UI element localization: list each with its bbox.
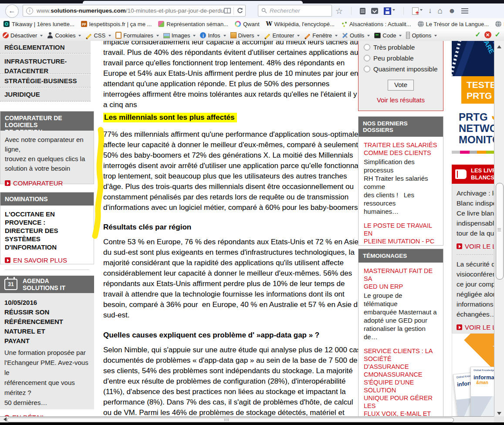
- bookmark-lespetitspois[interactable]: lespetitspois.fr | ça me ...: [81, 21, 152, 27]
- devbar-divers[interactable]: Divers: [230, 32, 260, 39]
- home-icon[interactable]: ⌂: [438, 6, 443, 16]
- red-arrow-icon: [457, 243, 462, 249]
- bookmark-qwant[interactable]: Qwant: [235, 21, 260, 27]
- devbar-images[interactable]: Images: [163, 32, 196, 39]
- temoignage-title[interactable]: SERVICE CLIENTS : LA SOCIÉTÉ D'ASSURANCE…: [359, 347, 443, 416]
- orange-pencil-icon: [304, 34, 310, 39]
- navigation-toolbar: ← i www.solutions-numeriques.com/10-minu…: [0, 3, 504, 19]
- poll-results-link[interactable]: Voir les résultats: [359, 96, 443, 104]
- chevron-down-icon: [297, 35, 300, 38]
- chevron-down-icon: [434, 35, 437, 38]
- feedback-smiley-icon[interactable]: ☻: [448, 7, 456, 15]
- sidebar-item-juridique[interactable]: JURIDIQUE: [0, 88, 91, 101]
- tools-icon: [342, 32, 348, 38]
- scroll-left-arrow[interactable]: [1, 417, 7, 422]
- bookmark-star-icon[interactable]: ☆: [335, 6, 343, 16]
- save-page-button[interactable]: [384, 7, 395, 15]
- back-button[interactable]: ←: [5, 4, 19, 18]
- chevron-down-icon[interactable]: [420, 9, 423, 12]
- bookmark-representation[interactable]: Représentation séman...: [158, 21, 228, 27]
- devbar-entourer[interactable]: Entourer: [264, 32, 300, 39]
- horizontal-scrollbar[interactable]: [0, 416, 504, 422]
- devbar-outils[interactable]: Outils: [342, 32, 370, 39]
- scroll-down-arrow[interactable]: [494, 408, 504, 416]
- page-content: RÉGLEMENTATION INFRASTRUCTURE-DATACENTER…: [0, 41, 504, 416]
- chevron-down-icon[interactable]: [392, 9, 395, 12]
- toolbar-separator: [351, 7, 352, 15]
- browser-window: ← i www.solutions-numeriques.com/10-minu…: [0, 0, 504, 425]
- search-bar[interactable]: Rechercher: [258, 5, 332, 17]
- vertical-scrollbar[interactable]: [494, 41, 504, 416]
- menu-hamburger-icon[interactable]: [461, 8, 468, 13]
- devbar-cookies[interactable]: Cookies: [47, 32, 81, 39]
- dossier-title[interactable]: LE POSTE DE TRAVAIL EN PLEINE MUTATION -…: [359, 222, 443, 246]
- dossier-title[interactable]: TRAITER LES SALARIÉS COMME DES CLIENTS: [359, 141, 443, 157]
- reload-icon[interactable]: [237, 7, 243, 14]
- web-clipper-button[interactable]: [412, 7, 423, 15]
- url-text: www.solutions-numeriques.com/10-minutes-…: [37, 7, 224, 14]
- poll-option[interactable]: Très problable: [364, 44, 443, 51]
- scroll-up-arrow[interactable]: [497, 43, 501, 48]
- site-info-icon[interactable]: i: [26, 7, 33, 14]
- url-bar[interactable]: i www.solutions-numeriques.com/10-minute…: [23, 5, 246, 17]
- bookmarks-toolbar: Tikaway | 1ères lunette... lespetitspois…: [0, 18, 504, 30]
- search-placeholder: Rechercher: [270, 7, 300, 14]
- agenda-header: 31 AGENDA SOLUTIONS IT: [0, 276, 94, 293]
- temoignages-box: TÉMOIGNAGES MASTERNAUT FAIT DE SA GED UN…: [358, 249, 443, 416]
- sidebar-item-strategie[interactable]: STRATÉGIE-BUSINESS: [0, 74, 91, 88]
- bookmark-wikipedia[interactable]: Wikipédia, l'encyclopé...: [266, 21, 335, 27]
- vote-button[interactable]: Vote: [388, 80, 414, 91]
- check-icon[interactable]: ✓: [495, 30, 501, 39]
- chevron-down-icon: [367, 35, 370, 38]
- devbar-infos[interactable]: Infos: [200, 32, 226, 39]
- calendar-icon: 31: [4, 279, 17, 290]
- bookmark-purify[interactable]: Purify: [495, 21, 504, 27]
- chevron-down-icon: [399, 35, 402, 38]
- nomination-title: L'OCCITANE EN PROVENCE : DIRECTEUR DES S…: [0, 206, 94, 251]
- sidebar-item-reglementation[interactable]: RÉGLEMENTATION: [0, 41, 91, 54]
- comparateur-link[interactable]: COMPARATEUR: [0, 179, 94, 187]
- sidebar-item-infrastructure[interactable]: INFRASTRUCTURE-DATACENTER: [0, 54, 91, 74]
- agenda-box: 31 AGENDA SOLUTIONS IT 10/05/2016 RÉUSSI…: [0, 276, 94, 409]
- devbar-fenetre[interactable]: Fenêtre: [304, 32, 338, 39]
- agenda-title[interactable]: RÉUSSIR SON RÉFÉRENCEMENT NATUREL ET PAY…: [0, 307, 94, 346]
- check-icon[interactable]: ✓: [475, 30, 480, 39]
- poll-option[interactable]: Peu problable: [364, 54, 443, 62]
- book-icon: [455, 169, 467, 179]
- poll-option[interactable]: Quasiment impossible: [364, 65, 443, 73]
- error-icon[interactable]: [484, 31, 491, 38]
- red-cross-document-icon: [412, 7, 419, 15]
- downloads-icon[interactable]: ↓: [428, 7, 432, 15]
- vertical-scrollbar-thumb[interactable]: [496, 183, 504, 280]
- tikaway-favicon: [3, 21, 10, 27]
- chevron-down-icon: [193, 35, 196, 38]
- bookmark-tresor-langue[interactable]: Le Trésor de la Langue...: [418, 21, 489, 27]
- chevron-down-icon: [108, 35, 111, 38]
- en-savoir-plus-link[interactable]: EN SAVOIR PLUS: [0, 256, 94, 264]
- temoignage-title[interactable]: MASTERNAUT FAIT DE SA GED UN ERP: [359, 267, 443, 290]
- bookmark-tikaway[interactable]: Tikaway | 1ères lunette...: [3, 21, 74, 27]
- temoignages-header: TÉMOIGNAGES: [359, 249, 443, 263]
- devbar-css[interactable]: CSS: [85, 32, 111, 39]
- devbar-code[interactable]: Code: [374, 32, 402, 39]
- pencil-icon: [264, 34, 270, 39]
- article-paragraph: impacte considérablement leur capacité à…: [103, 41, 365, 110]
- radio-icon[interactable]: [364, 66, 370, 72]
- reader-mode-icon[interactable]: [224, 8, 231, 13]
- globe-favicon: [418, 21, 424, 27]
- clipboard-icon[interactable]: [360, 8, 365, 14]
- ruler-icon: [406, 32, 410, 39]
- devbar-options[interactable]: Options: [406, 32, 437, 39]
- article-heading-millennials: Les millennials sont les plus affectés: [103, 113, 365, 122]
- horizontal-scrollbar-thumb[interactable]: [7, 418, 454, 422]
- pocket-icon[interactable]: [371, 8, 378, 14]
- bookmark-alsacreations[interactable]: Alsacréations : Actualit...: [341, 21, 411, 27]
- agenda-body: 10/05/2016 RÉUSSIR SON RÉFÉRENCEMENT NAT…: [0, 293, 94, 409]
- radio-icon[interactable]: [364, 55, 370, 61]
- radio-icon[interactable]: [364, 44, 370, 51]
- window-bottom-edge: [0, 422, 504, 425]
- devbar-desactiver[interactable]: Désactiver: [3, 32, 43, 39]
- devbar-formulaires[interactable]: Formulaires: [115, 32, 159, 39]
- article-heading-causes: Quelles causes expliquent ces problème d…: [103, 331, 365, 340]
- globe-favicon: [495, 21, 501, 27]
